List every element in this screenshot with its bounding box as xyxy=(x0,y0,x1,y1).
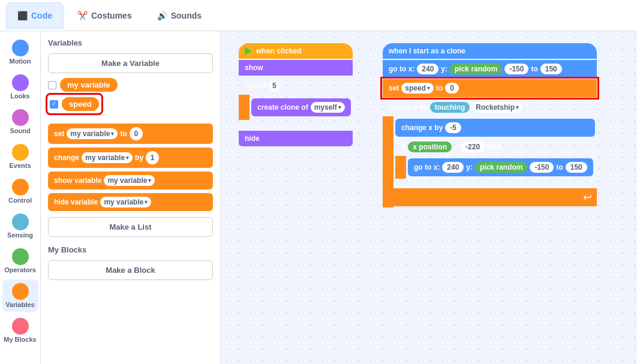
tab-sounds[interactable]: 🔊 Sounds xyxy=(146,2,213,29)
speed-dropdown[interactable]: speed xyxy=(401,83,434,94)
change-val[interactable]: 1 xyxy=(146,151,159,164)
repeat-c-block: repeat 5 create clone of myself xyxy=(239,77,353,131)
make-variable-button[interactable]: Make a Variable xyxy=(48,53,213,73)
make-block-button[interactable]: Make a Block xyxy=(48,260,213,280)
set-val[interactable]: 0 xyxy=(130,127,143,140)
set-speed-label: set xyxy=(389,84,399,92)
code-icon: ⬛ xyxy=(17,11,28,20)
blocks-panel: Variables Make a Variable my variable sp… xyxy=(41,31,221,364)
repeat-until-block: repeat until touching Rocketship ? chang… xyxy=(383,98,597,215)
change-dropdown[interactable]: my variable xyxy=(82,152,133,163)
set-speed-block[interactable]: set speed to 0 xyxy=(383,79,597,97)
when-clone-label: when I start as a clone xyxy=(389,47,465,55)
tab-costumes[interactable]: ✂️ Costumes xyxy=(66,2,143,29)
myself-dropdown[interactable]: myself xyxy=(311,102,345,113)
show-var-dropdown[interactable]: my variable xyxy=(104,175,155,186)
canvas: when clicked show repeat 5 xyxy=(221,31,637,364)
if-block: if x position < -220 then xyxy=(395,138,595,187)
to-label: to xyxy=(120,130,127,138)
repeat-until-top[interactable]: repeat until touching Rocketship ? xyxy=(383,98,597,116)
repeat-bottom xyxy=(239,120,353,131)
repeat-top[interactable]: repeat 5 xyxy=(239,77,353,95)
myvariable-pill[interactable]: my variable xyxy=(60,78,118,92)
repeat-inner: create clone of myself xyxy=(250,95,353,120)
sidebar-item-myblocks-label: My Blocks xyxy=(4,336,36,343)
repeat-until-arrow-row: ↩ xyxy=(393,188,597,206)
variables-circle xyxy=(12,283,29,300)
variable-row-myvariable: my variable xyxy=(48,78,213,92)
pick-from-2: -150 xyxy=(530,162,554,173)
show-variable-block[interactable]: show variable my variable xyxy=(48,172,213,189)
sidebar-item-looks-label: Looks xyxy=(10,92,29,100)
goto-label-2: go to x: xyxy=(414,163,440,172)
repeat-until-arm: change x by -5 if x position < -220 xyxy=(383,116,597,207)
control-circle xyxy=(12,179,29,195)
sounds-icon: 🔊 xyxy=(157,11,167,20)
set-block-label: set xyxy=(54,130,64,138)
speed-pill[interactable]: speed xyxy=(62,97,99,111)
speed-checkbox[interactable] xyxy=(50,100,58,109)
hide-label: hide xyxy=(245,134,260,143)
change-x-block[interactable]: change x by -5 xyxy=(395,119,595,137)
when-clicked-hat[interactable]: when clicked xyxy=(239,43,353,59)
sound-circle xyxy=(12,109,29,126)
speed-val: 0 xyxy=(445,83,459,94)
sidebar-item-myblocks[interactable]: My Blocks xyxy=(2,314,38,347)
pick-random-pill-2: pick random xyxy=(475,162,527,173)
hide-variable-block[interactable]: hide variable my variable xyxy=(48,193,213,211)
sidebar-item-operators[interactable]: Operators xyxy=(2,245,38,277)
create-clone-block[interactable]: create clone of myself xyxy=(251,98,351,116)
show-block[interactable]: show xyxy=(239,60,353,76)
sidebar-item-looks[interactable]: Looks xyxy=(2,71,38,103)
hide-block[interactable]: hide xyxy=(239,131,353,146)
sidebar-item-events[interactable]: Events xyxy=(2,140,38,173)
clicked-label: clicked xyxy=(277,47,302,55)
myvariable-dropdown[interactable]: my variable xyxy=(67,128,118,139)
sidebar-item-variables[interactable]: Variables xyxy=(2,279,38,312)
goto-block-1[interactable]: go to x: 240 y: pick random -150 to 150 xyxy=(383,60,597,78)
section-myblocks-heading: My Blocks xyxy=(48,245,213,254)
question-mark: ? xyxy=(525,103,529,112)
touching-pill: touching xyxy=(430,102,470,113)
to-label-2: to xyxy=(436,84,443,92)
sidebar-item-sensing[interactable]: Sensing xyxy=(2,210,38,242)
show-label: show xyxy=(245,64,263,72)
sidebar-item-sound[interactable]: Sound xyxy=(2,106,38,138)
repeat-val: 5 xyxy=(269,80,280,91)
pick-from-1: -150 xyxy=(504,64,528,74)
if-inner: go to x: 240 y: pick random -150 to 150 xyxy=(406,156,595,179)
when-clicked-label: when xyxy=(256,47,275,55)
goto-label-1: go to x: xyxy=(389,65,414,73)
operators-circle xyxy=(12,248,29,265)
stack-clone: when I start as a clone go to x: 240 y: … xyxy=(383,43,597,215)
myblocks-circle xyxy=(12,318,29,335)
sensing-circle xyxy=(12,213,29,230)
main-layout: Motion Looks Sound Events Control Sensin… xyxy=(0,31,637,364)
repeat-until-label: repeat until xyxy=(389,103,428,112)
when-clone-hat[interactable]: when I start as a clone xyxy=(383,43,597,59)
hide-var-dropdown[interactable]: my variable xyxy=(100,197,151,207)
stack-group-2: when I start as a clone go to x: 240 y: … xyxy=(383,43,597,215)
make-list-button[interactable]: Make a List xyxy=(48,217,213,237)
change-label: change xyxy=(54,154,79,162)
sidebar-item-control[interactable]: Control xyxy=(2,175,38,207)
tab-code[interactable]: ⬛ Code xyxy=(6,2,64,29)
sidebar-item-sensing-label: Sensing xyxy=(7,231,33,239)
goto-block-2[interactable]: go to x: 240 y: pick random -150 to 150 xyxy=(408,158,593,176)
myvariable-checkbox[interactable] xyxy=(48,81,56,89)
create-clone-label: create clone of xyxy=(257,103,308,112)
flag-icon xyxy=(245,47,252,55)
set-block[interactable]: set my variable to 0 xyxy=(48,124,213,144)
x-position-pill: x position xyxy=(408,142,452,152)
repeat-label: repeat xyxy=(245,82,266,90)
goto-y-label-2: y: xyxy=(466,163,473,172)
repeat-until-bottom xyxy=(383,207,597,215)
sidebar-item-motion[interactable]: Motion xyxy=(2,36,38,68)
to-label-3: to xyxy=(556,163,563,172)
if-top[interactable]: if x position < -220 then xyxy=(395,138,595,156)
tab-costumes-label: Costumes xyxy=(91,11,132,20)
change-block[interactable]: change my variable by 1 xyxy=(48,148,213,168)
sidebar-item-sound-label: Sound xyxy=(10,127,30,134)
rocketship-dropdown[interactable]: Rocketship xyxy=(472,102,522,113)
variable-row-speed: speed xyxy=(48,95,101,113)
